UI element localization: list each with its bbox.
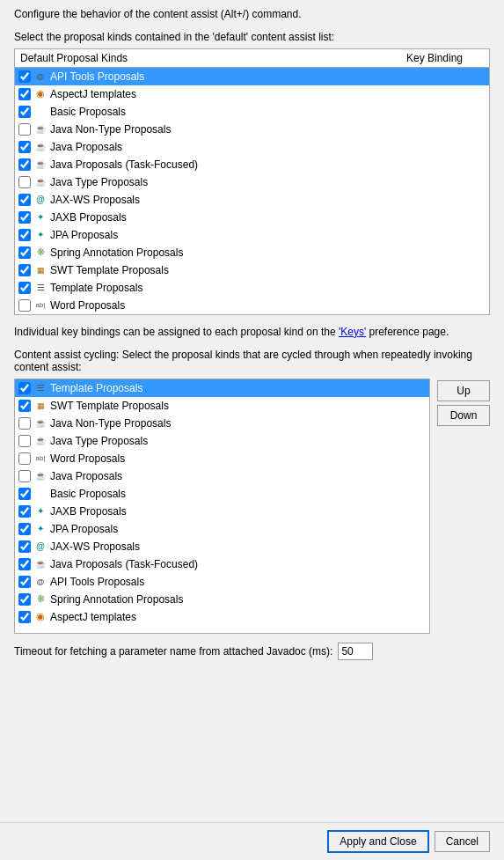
spring-icon: ❋: [33, 592, 47, 606]
cycling-list-item[interactable]: Basic Proposals: [15, 485, 429, 503]
table-row[interactable]: ☕ Java Proposals (Task-Focused): [15, 156, 489, 173]
table-row[interactable]: ✦ JAXB Proposals: [15, 209, 489, 226]
java-task-icon: ☕: [33, 557, 47, 571]
proposal-label: Java Proposals: [50, 141, 486, 153]
proposal-checkbox-8[interactable]: [18, 211, 31, 224]
cycling-checkbox-1[interactable]: [18, 400, 31, 412]
keys-link[interactable]: 'Keys': [339, 326, 366, 338]
cycling-checkbox-13[interactable]: [18, 611, 31, 623]
cycling-list-item[interactable]: @ JAX-WS Proposals: [15, 538, 429, 555]
table-row[interactable]: ✦ JPA Proposals: [15, 226, 489, 244]
proposal-label: Template Proposals: [50, 282, 486, 294]
cycling-checkbox-8[interactable]: [18, 523, 31, 535]
cycling-checkbox-6[interactable]: [18, 488, 31, 500]
table-row[interactable]: ❋ Spring Annotation Proposals: [15, 244, 489, 261]
table-row[interactable]: @ JAX-WS Proposals: [15, 191, 489, 209]
up-button[interactable]: Up: [437, 380, 490, 401]
table-row[interactable]: ☕ Java Type Proposals: [15, 173, 489, 191]
table-row[interactable]: ☕ Java Proposals: [15, 138, 489, 156]
cycling-list-item[interactable]: @ API Tools Proposals: [15, 573, 429, 591]
timeout-label: Timeout for fetching a parameter name fr…: [14, 645, 332, 658]
cycling-list-item[interactable]: ☕ Java Non-Type Proposals: [15, 415, 429, 432]
proposal-checkbox-1[interactable]: [18, 88, 31, 100]
java-icon: ☕: [33, 140, 47, 154]
cycling-checkbox-0[interactable]: [18, 382, 31, 394]
cycling-label: Java Proposals (Task-Focused): [50, 558, 426, 570]
apply-and-close-button[interactable]: Apply and Close: [327, 830, 428, 853]
java-type-icon: ☕: [33, 175, 47, 189]
proposal-checkbox-5[interactable]: [18, 158, 31, 171]
cycling-list-item[interactable]: ❋ Spring Annotation Proposals: [15, 591, 429, 608]
table-row[interactable]: ☕ Java Non-Type Proposals: [15, 121, 489, 138]
proposal-checkbox-6[interactable]: [18, 176, 31, 188]
cycling-list-item[interactable]: ✦ JAXB Proposals: [15, 503, 429, 520]
table-row[interactable]: ▦ SWT Template Proposals: [15, 261, 489, 279]
cycling-list-item[interactable]: ☕ Java Proposals (Task-Focused): [15, 555, 429, 573]
api-icon: @: [33, 70, 47, 84]
cycling-row: ☰ Template Proposals ▦ SWT Template Prop…: [14, 379, 490, 634]
cycling-list-item[interactable]: ☕ Java Proposals: [15, 467, 429, 485]
cycling-list-item[interactable]: ☕ Java Type Proposals: [15, 432, 429, 450]
cycling-list-item[interactable]: ◉ AspectJ templates: [15, 608, 429, 626]
cycling-checkbox-10[interactable]: [18, 558, 31, 570]
cycling-checkbox-7[interactable]: [18, 505, 31, 518]
cycling-checkbox-2[interactable]: [18, 417, 31, 430]
proposal-label: Spring Annotation Proposals: [50, 246, 486, 259]
select-label: Select the proposal kinds contained in t…: [14, 31, 490, 43]
col1-header: Default Proposal Kinds: [15, 49, 401, 67]
cycling-checkbox-11[interactable]: [18, 576, 31, 588]
proposal-label: Java Type Proposals: [50, 176, 486, 188]
bottom-bar: Apply and Close Cancel: [0, 822, 504, 860]
cycling-list-item[interactable]: ☰ Template Proposals: [15, 379, 429, 397]
java-task-icon: ☕: [33, 158, 47, 172]
cycling-section: Content assist cycling: Select the propo…: [14, 349, 490, 634]
cycling-checkbox-4[interactable]: [18, 452, 31, 465]
template-icon: ☰: [33, 281, 47, 295]
timeout-row: Timeout for fetching a parameter name fr…: [14, 643, 490, 660]
default-proposals-table: Default Proposal Kinds Key Binding @ API…: [14, 48, 490, 315]
col2-header: Key Binding: [401, 49, 489, 67]
proposal-checkbox-7[interactable]: [18, 194, 31, 206]
proposal-checkbox-3[interactable]: [18, 123, 31, 136]
table-row[interactable]: Basic Proposals: [15, 103, 489, 121]
table-row[interactable]: ◉ AspectJ templates: [15, 85, 489, 103]
cycling-list-item[interactable]: ✦ JPA Proposals: [15, 520, 429, 538]
template-icon: ☰: [33, 381, 47, 395]
down-button[interactable]: Down: [437, 405, 490, 426]
proposal-checkbox-13[interactable]: [18, 299, 31, 312]
description-text: Configure the behavior of the content as…: [14, 7, 490, 22]
cycling-checkbox-12[interactable]: [18, 593, 31, 606]
cycling-label: API Tools Proposals: [50, 576, 426, 588]
cycling-checkbox-5[interactable]: [18, 470, 31, 482]
cycling-label: Basic Proposals: [50, 488, 426, 500]
timeout-input[interactable]: [338, 643, 373, 660]
proposal-checkbox-12[interactable]: [18, 282, 31, 294]
proposal-checkbox-9[interactable]: [18, 229, 31, 241]
proposal-label: JAXB Proposals: [50, 211, 486, 224]
proposal-checkbox-2[interactable]: [18, 106, 31, 118]
cycling-list-item[interactable]: ▦ SWT Template Proposals: [15, 397, 429, 415]
table-row[interactable]: @ API Tools Proposals: [15, 68, 489, 85]
proposal-checkbox-10[interactable]: [18, 246, 31, 259]
cycling-checkbox-9[interactable]: [18, 540, 31, 553]
aspectj-icon: ◉: [33, 610, 47, 624]
proposal-checkbox-0[interactable]: [18, 70, 31, 83]
table-row[interactable]: ☰ Template Proposals: [15, 279, 489, 297]
aspectj-icon: ◉: [33, 87, 47, 101]
cancel-button[interactable]: Cancel: [435, 831, 490, 852]
cycling-label: Word Proposals: [50, 452, 426, 465]
cycling-label: Java Non-Type Proposals: [50, 417, 426, 430]
cycling-list-item[interactable]: ab| Word Proposals: [15, 450, 429, 467]
proposal-checkbox-4[interactable]: [18, 141, 31, 153]
cycling-label: Java Proposals: [50, 470, 426, 482]
table-row[interactable]: ab| Word Proposals: [15, 297, 489, 314]
proposal-label: Basic Proposals: [50, 106, 486, 118]
cycling-list: ☰ Template Proposals ▦ SWT Template Prop…: [14, 379, 430, 634]
basic-icon: [33, 487, 47, 501]
cycling-checkbox-3[interactable]: [18, 435, 31, 447]
proposal-label: Java Proposals (Task-Focused): [50, 158, 486, 171]
proposal-label: API Tools Proposals: [50, 70, 486, 83]
swt-icon: ▦: [33, 399, 47, 413]
jpa-icon: ✦: [33, 522, 47, 536]
proposal-checkbox-11[interactable]: [18, 264, 31, 276]
